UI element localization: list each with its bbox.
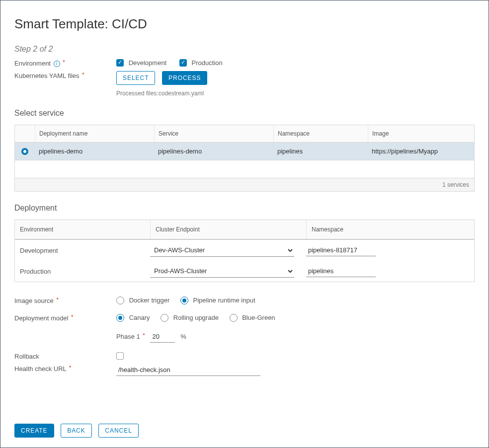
service-table-blank [15,160,474,178]
healthcheck-controls [116,364,475,376]
image-source-controls: Docker trigger Pipeline runtime input [116,296,475,304]
required-icon: * [55,297,58,302]
env-production-checkbox[interactable] [179,59,187,67]
healthcheck-input[interactable] [116,364,260,376]
deployment-model-controls: Canary Rolling upgrade Blue-Green Phase … [116,313,475,343]
model-rolling-radio[interactable] [161,314,168,322]
col-image: Image [368,125,474,142]
image-source-row: Image source * Docker trigger Pipeline r… [14,296,475,304]
yaml-label: Kubernetes YAML files * [14,71,116,79]
percent-label: % [180,333,186,340]
footer-buttons: Create Back Cancel [14,424,139,438]
required-icon: * [142,332,145,338]
phase1-input[interactable] [150,331,175,343]
required-icon: * [70,314,73,320]
create-button[interactable]: Create [14,424,54,438]
service-row[interactable]: pipelines-demo pipelines-demo pipelines … [15,143,474,160]
service-table: Deployment name Service Namespace Image … [14,125,475,192]
env-development-label: Development [129,59,167,67]
deployment-row-prod: Production Prod-AWS-Cluster [15,261,474,282]
phase1-label: Phase 1 [116,333,140,340]
required-icon: * [62,59,65,65]
back-button[interactable]: Back [61,424,92,438]
phase1-block: Phase 1 * % [116,331,475,343]
service-table-footer: 1 services [15,178,474,191]
yaml-controls: Select Process Processed files:codestrea… [116,71,475,97]
deployment-row-dev: Development Dev-AWS-Cluster [15,240,474,261]
dep-env-dev: Development [15,247,150,254]
healthcheck-row: Health check URL * [14,364,475,376]
image-source-docker-label: Docker trigger [129,297,170,304]
model-rolling-label: Rolling upgrade [173,314,219,321]
col-env: Environment [15,220,150,239]
rollback-checkbox[interactable] [116,352,124,360]
col-service: Service [154,125,273,142]
rollback-label: Rollback [14,352,116,360]
rollback-row: Rollback [14,352,475,360]
deployment-table-header: Environment Cluster Endpoint Namespace [15,220,474,240]
healthcheck-label-text: Health check URL [14,365,66,373]
namespace-input-dev[interactable] [306,244,376,256]
environment-label: Environment i * [14,59,116,67]
service-table-header: Deployment name Service Namespace Image [15,125,474,143]
col-cluster: Cluster Endpoint [150,220,306,239]
model-canary-radio[interactable] [116,314,124,322]
process-button[interactable]: Process [162,71,207,85]
model-bluegreen-label: Blue-Green [242,314,275,321]
required-icon: * [68,365,71,371]
model-canary-label: Canary [129,314,150,321]
info-icon[interactable]: i [54,61,60,67]
yaml-row: Kubernetes YAML files * Select Process P… [14,71,475,97]
environment-controls: Development Production [116,59,475,67]
cancel-button[interactable]: Cancel [98,424,138,438]
image-source-label-text: Image source [14,297,54,304]
col-namespace: Namespace [273,125,368,142]
image-source-docker-radio[interactable] [116,297,124,304]
image-source-runtime-radio[interactable] [180,297,188,304]
model-bluegreen-radio[interactable] [230,314,238,322]
deployment-model-label: Deployment model * [14,313,116,322]
dep-env-prod: Production [15,268,150,275]
select-button[interactable]: Select [116,71,155,85]
step-indicator: Step 2 of 2 [14,45,475,54]
cell-image: https://pipelines/Myapp [368,143,474,160]
required-icon: * [81,72,84,77]
env-production-label: Production [191,59,222,67]
deployment-heading: Deployment [14,204,475,213]
deployment-table: Environment Cluster Endpoint Namespace D… [14,220,475,282]
env-development-checkbox[interactable] [116,59,124,67]
processed-files-text: Processed files:codestream.yaml [116,90,475,97]
col-deployment: Deployment name [35,125,154,142]
image-source-runtime-label: Pipeline runtime input [193,297,255,304]
cluster-select-dev[interactable]: Dev-AWS-Cluster [150,244,294,257]
cell-service: pipelines-demo [154,143,273,160]
healthcheck-label: Health check URL * [14,364,116,373]
image-source-label: Image source * [14,296,116,304]
namespace-input-prod[interactable] [306,265,376,277]
rollback-controls [116,352,475,360]
cell-namespace: pipelines [273,143,368,160]
select-service-heading: Select service [14,109,475,118]
page-title: Smart Template: CI/CD [14,16,475,32]
environment-row: Environment i * Development Production [14,59,475,67]
smart-template-page: Smart Template: CI/CD Step 2 of 2 Enviro… [0,0,489,448]
col-ns: Namespace [306,220,474,239]
environment-label-text: Environment [14,60,51,67]
service-radio[interactable] [21,148,28,155]
yaml-label-text: Kubernetes YAML files [14,72,80,79]
cluster-select-prod[interactable]: Prod-AWS-Cluster [150,265,294,278]
deployment-model-row: Deployment model * Canary Rolling upgrad… [14,313,475,343]
cell-deployment: pipelines-demo [35,143,154,160]
deployment-model-label-text: Deployment model [14,314,68,322]
